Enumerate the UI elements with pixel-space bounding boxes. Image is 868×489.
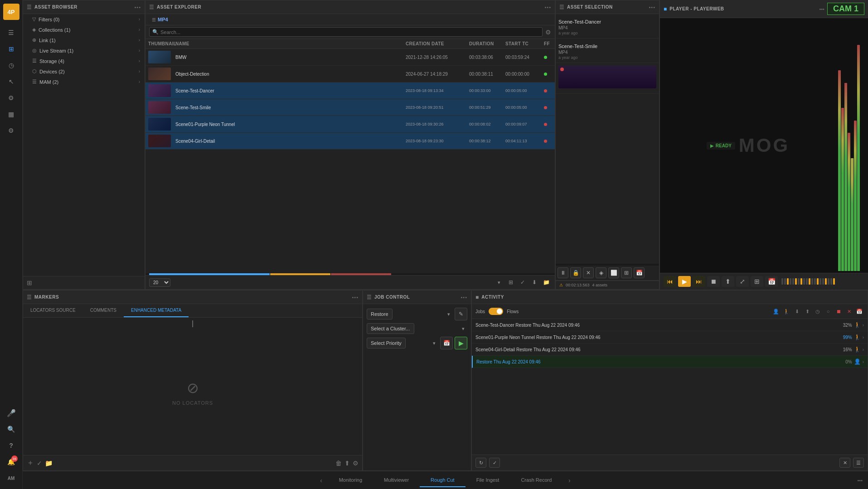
asset-browser-dots[interactable]: ••• <box>134 5 141 10</box>
lock-btn[interactable]: 🔒 <box>570 267 581 278</box>
markers-check-btn[interactable]: ✓ <box>37 460 42 467</box>
markers-settings-btn[interactable]: ⚙ <box>353 460 359 467</box>
sidebar-icon-help[interactable]: ? <box>4 438 19 453</box>
priority-select[interactable]: Select Priority <box>367 338 406 349</box>
browser-item-filters[interactable]: ▽ Filters (0) › <box>23 14 145 24</box>
act-icon-stop[interactable]: ⏹ <box>834 307 843 316</box>
table-row[interactable]: Scene-Test-Dancer 2023-08-18 09:13:34 00… <box>145 82 555 99</box>
act-icon-user[interactable]: 👤 <box>771 307 781 316</box>
view-grid-icon[interactable]: ⊞ <box>506 277 516 287</box>
tab-locators-source[interactable]: LOCATORS SOURCE <box>23 304 83 317</box>
act-icon-circle[interactable]: ○ <box>824 307 833 316</box>
pause-btn[interactable]: ⏸ <box>558 267 568 278</box>
import-icon[interactable]: ⬇ <box>529 277 539 287</box>
tab-next-btn[interactable]: › <box>563 474 576 487</box>
layer-btn[interactable]: ◈ <box>596 267 606 278</box>
activity-refresh-btn[interactable]: ↻ <box>475 458 486 468</box>
jobs-flows-toggle[interactable] <box>489 308 503 315</box>
table-row[interactable]: Scene01-Purple Neon Tunnel 2023-08-18 09… <box>145 116 555 133</box>
table-row[interactable]: Scene04-Girl-Detail 2023-08-18 09:23:30 … <box>145 133 555 150</box>
activity-item-1[interactable]: Scene-Test-Dancer Restore Thu Aug 22 202… <box>472 319 868 331</box>
table-row[interactable]: Object-Detection 2024-06-27 14:18:29 00:… <box>145 66 555 82</box>
browser-item-collections[interactable]: ◈ Collections (1) › <box>23 24 145 35</box>
browser-item-mam[interactable]: ☰ MAM (2) › <box>23 77 145 87</box>
calendar-ctrl-button[interactable]: 📅 <box>765 276 778 287</box>
activity-close-btn[interactable]: ✕ <box>839 458 850 468</box>
markers-up-btn[interactable]: ⬆ <box>344 460 350 467</box>
tab-crash-record[interactable]: Crash Record <box>510 474 563 487</box>
tab-rough-cut[interactable]: Rough Cut <box>420 474 466 487</box>
markers-add-btn[interactable]: ＋ <box>27 458 34 468</box>
browser-item-link[interactable]: ⊕ Link (1) › <box>23 35 145 45</box>
filter-options-icon[interactable]: ⚙ <box>545 29 551 36</box>
stop-button[interactable]: ⏹ <box>707 276 720 287</box>
browser-footer-icon[interactable]: ⊞ <box>27 279 32 286</box>
activity-item-2[interactable]: Scene01-Purple Neon Tunnel Restore Thu A… <box>472 331 868 344</box>
grid-view-button[interactable]: ⊞ <box>751 276 763 287</box>
sidebar-icon-clock[interactable]: ◷ <box>4 58 19 73</box>
page-size-select[interactable]: 20 50 100 <box>149 278 170 287</box>
next-button[interactable]: ⏭ <box>693 276 705 287</box>
expand-btn[interactable]: ⬜ <box>608 267 619 278</box>
close-btn[interactable]: ✕ <box>583 267 594 278</box>
table-row[interactable]: BMW 2021-12-28 14:26:05 00:03:38:06 00:0… <box>145 49 555 66</box>
activity-item-4[interactable]: Restore Thu Aug 22 2024 09:46 0% 👤 › <box>472 356 868 368</box>
asset-card-3[interactable] <box>556 63 659 94</box>
play-button[interactable]: ▶ <box>678 276 691 287</box>
act-icon-walk[interactable]: 🚶 <box>782 307 791 316</box>
search-input[interactable] <box>160 29 539 35</box>
sidebar-icon-bell[interactable]: 🔔 38 <box>4 455 19 469</box>
tab-file-ingest[interactable]: File Ingest <box>466 474 510 487</box>
explorer-dots[interactable]: ••• <box>544 5 551 10</box>
table-row[interactable]: Scene-Test-Smile 2023-08-18 09:20:51 00:… <box>145 99 555 116</box>
jc-dots[interactable]: ••• <box>461 295 467 300</box>
browser-item-livestream[interactable]: ◎ Live Stream (1) › <box>23 45 145 56</box>
folder-icon[interactable]: 📁 <box>541 277 551 287</box>
tab-enhanced-metadata[interactable]: ENHANCED METADATA <box>124 304 189 317</box>
asset-card-2[interactable]: 00:00:51:28 Scene-Test-Smile MP4 a year … <box>556 39 659 63</box>
tab-prev-btn[interactable]: ‹ <box>315 474 328 487</box>
user-avatar[interactable]: AM <box>4 471 19 485</box>
asset-card-1[interactable]: 00:00:23:06 Scene-Test-Dancer MP4 a year… <box>556 14 659 39</box>
act-icon-upload[interactable]: ⬆ <box>803 307 812 316</box>
sidebar-icon-microphone[interactable]: 🎤 <box>4 406 19 420</box>
markers-delete-btn[interactable]: 🗑 <box>335 460 342 467</box>
act-icon-cancel[interactable]: ✕ <box>844 307 853 316</box>
cluster-select[interactable]: Select a Cluster... <box>367 323 414 334</box>
browser-item-devices[interactable]: ⬡ Devices (2) › <box>23 66 145 77</box>
tab-options-icon[interactable]: ••• <box>857 478 863 483</box>
act-icon-download[interactable]: ⬇ <box>792 307 801 316</box>
act-icon-clock[interactable]: ◷ <box>813 307 822 316</box>
tab-monitoring[interactable]: Monitoring <box>328 474 373 487</box>
vu-bar-left <box>838 20 866 271</box>
sidebar-icon-settings[interactable]: ⚙ <box>4 91 19 105</box>
activity-more-btn[interactable]: ☰ <box>853 458 864 468</box>
markers-dots[interactable]: ••• <box>352 295 359 300</box>
jc-edit-button[interactable]: ✎ <box>455 308 467 320</box>
selection-dots[interactable]: ••• <box>649 5 655 10</box>
activity-item-3[interactable]: Scene04-Girl-Detail Restore Thu Aug 22 2… <box>472 344 868 356</box>
sidebar-icon-cursor[interactable]: ↖ <box>4 74 19 89</box>
calendar-btn[interactable]: 📅 <box>634 267 645 278</box>
prev-button[interactable]: ⏮ <box>664 276 676 287</box>
check-icon[interactable]: ✓ <box>518 277 528 287</box>
up-button[interactable]: ⬆ <box>722 276 734 287</box>
sidebar-icon-grid[interactable]: ⊞ <box>4 42 19 56</box>
browser-item-storage[interactable]: ☰ Storage (4) › <box>23 56 145 66</box>
aspect-btn[interactable]: ⊞ <box>621 267 632 278</box>
player-more-icon[interactable]: ••• <box>819 6 824 12</box>
tab-comments[interactable]: COMMENTS <box>83 304 124 317</box>
jc-run-button[interactable]: ▶ <box>455 337 467 349</box>
sidebar-icon-dashboard[interactable]: ▦ <box>4 107 19 121</box>
activity-check-btn[interactable]: ✓ <box>489 458 500 468</box>
sidebar-icon-search[interactable]: 🔍 <box>4 422 19 436</box>
fit-button[interactable]: ⤢ <box>736 276 749 287</box>
tab-multiviewer[interactable]: Multiviewer <box>373 474 420 487</box>
act-icon-calendar[interactable]: 📅 <box>855 307 864 316</box>
sidebar-icon-config[interactable]: ⚙ <box>4 123 19 138</box>
jc-calendar-button[interactable]: 📅 <box>440 337 453 349</box>
filters-label: Filters (0) <box>39 17 136 22</box>
restore-select[interactable]: Restore <box>367 309 393 320</box>
markers-folder-btn[interactable]: 📁 <box>45 460 53 467</box>
sidebar-icon-menu[interactable]: ☰ <box>4 25 19 40</box>
